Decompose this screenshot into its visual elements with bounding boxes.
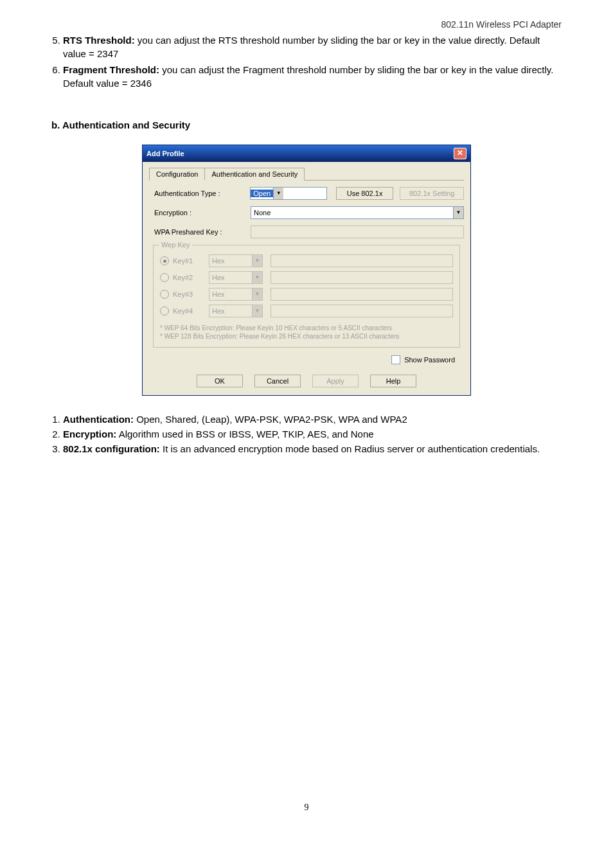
wep-input-3 bbox=[271, 288, 453, 301]
page-number: 9 bbox=[51, 802, 562, 813]
wep-type-4: Hex▼ bbox=[209, 305, 263, 317]
wep-label-4: Key#4 bbox=[173, 307, 209, 315]
bottom-item-1: Authentication: Open, Shared, (Leap), WP… bbox=[63, 412, 562, 426]
bottom-list: Authentication: Open, Shared, (Leap), WP… bbox=[51, 412, 562, 456]
wep-type-2: Hex▼ bbox=[209, 271, 263, 284]
encryption-select[interactable]: None ▼ bbox=[251, 206, 464, 219]
wep-row-2: Key#2 Hex▼ bbox=[160, 271, 453, 284]
wep-help-text: * WEP 64 Bits Encryption: Please Keyin 1… bbox=[160, 324, 453, 341]
section-b-title: b. Authentication and Security bbox=[51, 120, 562, 130]
dialog-titlebar: Add Profile ✕ bbox=[143, 145, 470, 162]
tab-configuration[interactable]: Configuration bbox=[149, 168, 205, 181]
wep-radio-2[interactable] bbox=[160, 273, 169, 282]
wpa-key-label: WPA Preshared Key : bbox=[154, 228, 251, 236]
dialog-title: Add Profile bbox=[147, 150, 184, 157]
chevron-down-icon: ▼ bbox=[252, 255, 262, 267]
show-password-label: Show Password bbox=[404, 356, 455, 364]
close-icon[interactable]: ✕ bbox=[454, 148, 466, 159]
cancel-button[interactable]: Cancel bbox=[254, 375, 301, 387]
auth-type-select[interactable]: Open ▼ bbox=[250, 187, 326, 200]
wep-input-4 bbox=[271, 305, 453, 317]
show-password-checkbox[interactable] bbox=[391, 355, 400, 364]
wep-row-4: Key#4 Hex▼ bbox=[160, 305, 453, 317]
wep-input-1 bbox=[271, 254, 453, 267]
wep-radio-1[interactable] bbox=[160, 256, 169, 265]
intro-list: RTS Threshold: you can adjust the RTS th… bbox=[51, 33, 562, 90]
use-8021x-button[interactable]: Use 802.1x bbox=[336, 187, 394, 200]
wep-row-1: Key#1 Hex▼ bbox=[160, 254, 453, 267]
encryption-label: Encryption : bbox=[154, 209, 251, 217]
8021x-setting-button: 802.1x Setting bbox=[400, 187, 464, 200]
wep-input-2 bbox=[271, 271, 453, 284]
dialog-tabs: Configuration Authentication and Securit… bbox=[149, 167, 464, 181]
chevron-down-icon: ▼ bbox=[453, 207, 463, 218]
chevron-down-icon: ▼ bbox=[252, 288, 262, 300]
wep-label-2: Key#2 bbox=[173, 274, 209, 281]
intro-item-5: RTS Threshold: you can adjust the RTS th… bbox=[63, 33, 562, 60]
intro-item-6: Fragment Threshold: you can adjust the F… bbox=[63, 63, 562, 90]
apply-button: Apply bbox=[312, 375, 359, 387]
page-header: 802.11n Wireless PCI Adapter bbox=[51, 19, 562, 30]
wep-radio-4[interactable] bbox=[160, 306, 169, 315]
auth-type-label: Authentication Type : bbox=[154, 190, 250, 197]
auth-type-value: Open bbox=[251, 190, 273, 197]
wep-row-3: Key#3 Hex▼ bbox=[160, 288, 453, 301]
bottom-item-3: 802.1x configuration: It is an advanced … bbox=[63, 442, 562, 456]
help-button[interactable]: Help bbox=[370, 375, 416, 387]
wep-type-1: Hex▼ bbox=[209, 254, 263, 267]
chevron-down-icon: ▼ bbox=[252, 305, 262, 317]
wep-label-1: Key#1 bbox=[173, 257, 209, 265]
wpa-key-input bbox=[251, 226, 464, 238]
add-profile-dialog: Add Profile ✕ Configuration Authenticati… bbox=[142, 145, 471, 396]
wep-key-group: Wep Key Key#1 Hex▼ Key#2 Hex▼ Key#3 Hex bbox=[153, 245, 460, 348]
wep-type-3: Hex▼ bbox=[209, 288, 263, 301]
chevron-down-icon: ▼ bbox=[252, 272, 262, 283]
tab-auth-security[interactable]: Authentication and Security bbox=[204, 168, 305, 181]
wep-radio-3[interactable] bbox=[160, 290, 169, 299]
wep-label-3: Key#3 bbox=[173, 290, 209, 298]
wep-legend: Wep Key bbox=[159, 241, 192, 249]
chevron-down-icon: ▼ bbox=[273, 188, 283, 199]
ok-button[interactable]: OK bbox=[197, 375, 243, 387]
encryption-value: None bbox=[251, 209, 453, 217]
bottom-item-2: Encryption: Algorithm used in BSS or IBS… bbox=[63, 427, 562, 441]
